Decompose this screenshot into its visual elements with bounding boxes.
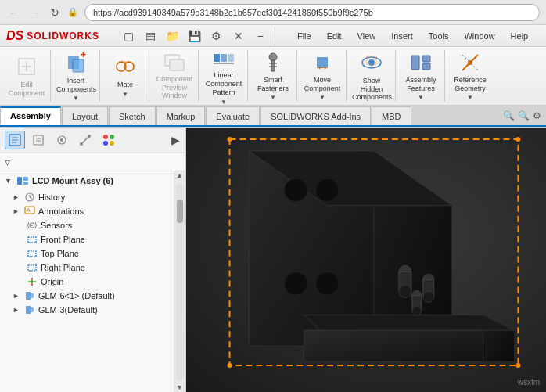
svg-text:+: + (81, 50, 86, 60)
address-bar[interactable] (84, 4, 540, 21)
svg-line-51 (30, 197, 32, 199)
browser-chrome: ← → ↻ 🔒 (0, 0, 546, 25)
reload-button[interactable]: ↻ (47, 5, 63, 20)
menu-help[interactable]: Help (505, 30, 535, 42)
panel-expand-arrow[interactable]: ▶ (171, 134, 180, 146)
svg-rect-16 (271, 60, 275, 71)
svg-rect-11 (214, 54, 220, 62)
tree-item-history[interactable]: ► History (0, 190, 174, 204)
linear-component-pattern-button[interactable]: LinearComponentPattern ▼ (203, 51, 244, 101)
menu-tools[interactable]: Tools (422, 30, 455, 42)
annotations-icon: A (24, 206, 35, 217)
tab-assembly[interactable]: Assembly (0, 106, 61, 125)
svg-point-40 (80, 142, 83, 146)
tab-evaluate[interactable]: Evaluate (206, 106, 260, 125)
svg-point-44 (103, 141, 108, 146)
filter-row: ▿ (0, 153, 185, 171)
scroll-up-button[interactable]: ▲ (176, 171, 184, 181)
new-icon[interactable]: ▢ (120, 27, 138, 45)
save-icon[interactable]: 💾 (185, 27, 204, 45)
insert-components-label: InsertComponents (56, 77, 95, 94)
smart-fasteners-button[interactable]: SmartFasteners ▼ (253, 51, 293, 101)
svg-rect-26 (422, 63, 430, 70)
back-button[interactable]: ← (6, 5, 22, 20)
insert-components-icon: + (63, 50, 88, 75)
component-preview-icon (162, 52, 187, 74)
svg-rect-62 (29, 293, 34, 298)
component-preview-button[interactable]: ComponentPreviewWindow (154, 51, 195, 101)
tree-with-scroll: ▼ LCD Mount Assy (6) ► (0, 171, 185, 392)
tab-markup[interactable]: Markup (156, 106, 206, 125)
reference-geometry-button[interactable]: ReferenceGeometry ▼ (450, 51, 490, 101)
appearance-icon[interactable] (99, 131, 119, 149)
scroll-down-button[interactable]: ▼ (176, 383, 184, 392)
scroll-track[interactable] (176, 184, 184, 380)
settings-tab-icon[interactable]: ⚙ (533, 110, 541, 121)
move-component-button[interactable]: ↔ MoveComponent ▼ (302, 51, 343, 101)
search-icon-2[interactable]: 🔍 (518, 110, 530, 121)
config-manager-icon[interactable] (52, 131, 72, 149)
svg-rect-57 (28, 251, 36, 257)
svg-rect-24 (411, 56, 419, 70)
tree-scrollbar[interactable]: ▲ ▼ (174, 171, 185, 392)
menu-window[interactable]: Window (458, 30, 501, 42)
reference-geometry-icon (458, 51, 483, 74)
svg-rect-47 (23, 177, 28, 181)
menu-view[interactable]: View (351, 30, 383, 42)
sw-logo: DS SOLIDWORKS (6, 29, 99, 43)
filter-icon[interactable]: ▿ (5, 156, 10, 168)
viewport[interactable]: wsxfm (186, 128, 546, 392)
dim-expert-icon[interactable] (75, 131, 95, 149)
open-icon[interactable]: ▤ (142, 27, 160, 45)
assembly-features-button[interactable]: AssemblyFeatures ▼ (401, 51, 441, 101)
dash-icon[interactable]: − (251, 27, 270, 45)
top-plane-label: Top Plane (41, 249, 79, 258)
svg-point-41 (88, 135, 91, 138)
edit-component-icon (14, 54, 39, 79)
tab-sketch[interactable]: Sketch (109, 106, 156, 125)
show-hidden-label: ShowHiddenComponents (352, 77, 391, 102)
forward-button[interactable]: → (27, 5, 42, 20)
tree-root[interactable]: ▼ LCD Mount Assy (6) (0, 171, 174, 190)
menu-insert[interactable]: Insert (385, 30, 419, 42)
property-manager-icon[interactable] (28, 131, 48, 149)
folder-icon[interactable]: 📁 (163, 27, 182, 45)
tree-item-origin[interactable]: Origin (0, 275, 174, 289)
smart-fasteners-icon (260, 51, 286, 74)
tree-item-glm-6[interactable]: ► GLM-6<1> (Default) (0, 289, 174, 303)
tree-item-top-plane[interactable]: Top Plane (0, 246, 174, 261)
history-expand: ► (13, 193, 20, 201)
insert-components-button[interactable]: + InsertComponents ▼ (56, 51, 96, 101)
tree-item-annotations[interactable]: ► A Annotations (0, 204, 174, 218)
search-icon-1[interactable]: 🔍 (503, 110, 515, 121)
edit-component-button[interactable]: EditComponent (6, 51, 47, 101)
toolbar: EditComponent + InsertComponents ▼ (0, 47, 546, 106)
tree-item-front-plane[interactable]: Front Plane (0, 232, 174, 246)
cross-icon[interactable]: ✕ (229, 27, 248, 45)
scroll-thumb[interactable] (177, 200, 183, 223)
annotations-expand: ► (13, 207, 20, 215)
tab-solidworks-add-ins[interactable]: SOLIDWORKS Add-Ins (260, 106, 371, 125)
smart-fasteners-group: SmartFasteners ▼ (250, 50, 297, 102)
top-plane-icon (27, 248, 38, 259)
svg-text:A: A (27, 207, 31, 213)
svg-point-88 (515, 363, 520, 368)
smart-fasteners-label: SmartFasteners (257, 76, 289, 93)
tree-item-glm-3[interactable]: ► GLM-3(Default) (0, 303, 174, 317)
menu-file[interactable]: File (291, 30, 318, 42)
settings-icon[interactable]: ⚙ (207, 27, 226, 45)
tab-mbd[interactable]: MBD (372, 106, 411, 125)
tree-item-sensors[interactable]: Sensors (0, 218, 174, 232)
tree-item-right-plane[interactable]: Right Plane (0, 261, 174, 275)
show-hidden-components-button[interactable]: ShowHiddenComponents (351, 51, 392, 101)
front-plane-label: Front Plane (41, 235, 85, 244)
move-component-group: ↔ MoveComponent ▼ (299, 50, 347, 102)
quick-access-toolbar: ▢ ▤ 📁 💾 ⚙ ✕ − (115, 27, 275, 45)
mate-button[interactable]: Mate ▼ (105, 51, 145, 101)
menu-edit[interactable]: Edit (321, 30, 348, 42)
tab-layout[interactable]: Layout (62, 106, 108, 125)
svg-point-22 (368, 59, 375, 66)
feature-tree-icon[interactable] (5, 131, 25, 149)
reference-geometry-label: ReferenceGeometry (454, 76, 487, 93)
svg-point-29 (468, 60, 472, 65)
